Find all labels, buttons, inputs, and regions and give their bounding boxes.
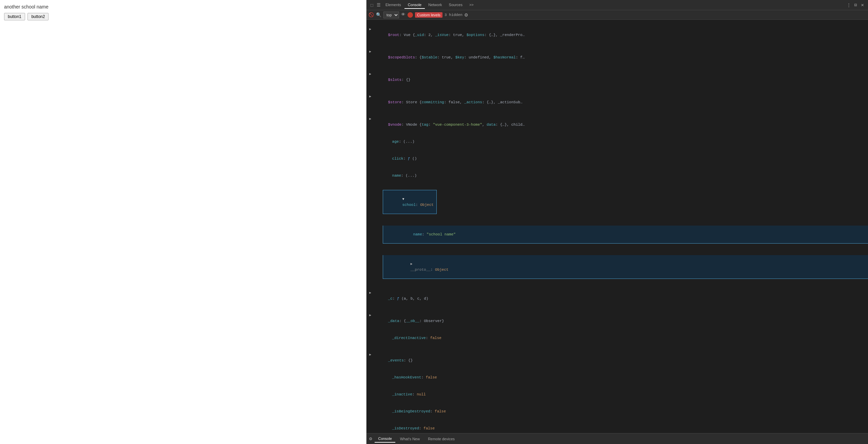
clear-console-icon[interactable]: 🚫 <box>369 12 374 18</box>
console-line-directinactive: _directInactive: false <box>366 330 868 347</box>
tab-elements[interactable]: Elements <box>382 1 404 9</box>
console-line-scopedslots[interactable]: ► $scopedSlots: {$stable: true, $key: un… <box>366 43 868 66</box>
tab-network[interactable]: Network <box>425 1 445 9</box>
page-title: another school name <box>4 4 362 10</box>
arrow-c[interactable]: ► <box>369 290 371 296</box>
filter-icon[interactable]: 🔍 <box>376 12 381 18</box>
arrow-school[interactable]: ▼ <box>402 197 404 201</box>
console-line-slots[interactable]: ► $slots: {} <box>366 66 868 88</box>
console-output[interactable]: ► $root: Vue {_uid: 2, _isVue: true, $op… <box>366 20 868 433</box>
console-line-events[interactable]: ► _events: {} <box>366 347 868 369</box>
arrow-slots[interactable]: ► <box>369 72 371 77</box>
console-line-store[interactable]: ► $store: Store {committing: false, _act… <box>366 88 868 111</box>
console-line-isbeingdestroyed: _isBeingDestroyed: false <box>366 403 868 420</box>
arrow-root[interactable]: ► <box>369 27 371 32</box>
devtools-panel: ⬚ ☰ Elements Console Network Sources >> … <box>366 0 868 444</box>
arrow-events[interactable]: ► <box>369 352 371 358</box>
custom-levels-button[interactable]: Custom levels <box>415 12 442 18</box>
close-devtools[interactable]: ✕ <box>859 2 866 8</box>
console-line-school-proto[interactable]: ► __proto__: Object <box>366 249 868 285</box>
tab-more[interactable]: >> <box>466 1 477 9</box>
bottom-tab-console[interactable]: Console <box>375 435 395 443</box>
arrow-data[interactable]: ► <box>369 313 371 318</box>
device-icon[interactable]: ☰ <box>375 2 382 8</box>
button1[interactable]: button1 <box>4 13 25 20</box>
devtools-tabbar: ⬚ ☰ Elements Console Network Sources >> … <box>366 0 868 10</box>
inspect-icon[interactable]: ⬚ <box>369 2 375 8</box>
console-line-click: click: ƒ () <box>366 150 868 167</box>
console-line-vnode[interactable]: ► $vnode: VNode {tag: "vue-component-3-h… <box>366 111 868 133</box>
settings-toolbar-icon[interactable]: ⚙ <box>465 12 468 18</box>
record-indicator <box>408 12 413 18</box>
arrow-school-proto[interactable]: ► <box>410 262 412 266</box>
arrow-store[interactable]: ► <box>369 94 371 100</box>
tab-sources[interactable]: Sources <box>446 1 466 9</box>
devtools-toolbar: 🚫 🔍 top 👁 Custom levels 3 hidden ⚙ <box>366 10 868 20</box>
console-line-isdestroyed: _isDestroyed: false <box>366 420 868 433</box>
undock-icon[interactable]: ⊡ <box>852 2 859 8</box>
console-line-school-name: name: "school name" <box>366 220 868 249</box>
devtools-bottombar: ⚙ Console What's New Remote devices <box>366 433 868 444</box>
tab-console[interactable]: Console <box>404 1 425 9</box>
console-line-data[interactable]: ► _data: {__ob__: Observer} <box>366 307 868 330</box>
console-line-hashookevent: _hasHookEvent: false <box>366 369 868 386</box>
console-line-school-object[interactable]: ▼ school: Object <box>366 184 868 220</box>
eye-icon[interactable]: 👁 <box>401 12 405 17</box>
settings-icon[interactable]: ⋮ <box>846 2 852 8</box>
console-line-name: name: (...) <box>366 167 868 184</box>
console-line-root[interactable]: ► $root: Vue {_uid: 2, _isVue: true, $op… <box>366 21 868 43</box>
console-line-inactive: _inactive: null <box>366 386 868 403</box>
button-group: button1 button2 <box>4 13 362 20</box>
context-select[interactable]: top <box>383 12 399 18</box>
console-line-c[interactable]: ► _c: ƒ (a, b, c, d) <box>366 285 868 307</box>
bottom-tab-whatsnew[interactable]: What's New <box>397 436 423 442</box>
main-page: another school name button1 button2 <box>0 0 366 444</box>
console-line-age: age: (...) <box>366 133 868 150</box>
button2[interactable]: button2 <box>27 13 49 20</box>
bottom-tab-remotedevices[interactable]: Remote devices <box>424 436 458 442</box>
arrow-scopedslots[interactable]: ► <box>369 49 371 55</box>
hidden-count: 3 hidden <box>445 13 463 17</box>
bottom-settings-icon[interactable]: ⚙ <box>369 436 372 442</box>
arrow-vnode[interactable]: ► <box>369 117 371 122</box>
